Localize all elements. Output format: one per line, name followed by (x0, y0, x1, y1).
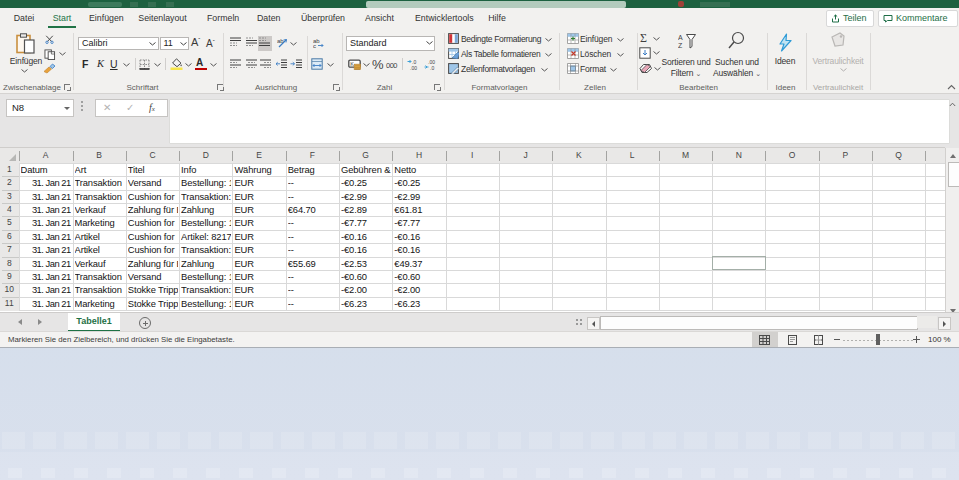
svg-text:Z: Z (678, 42, 683, 49)
svg-text:A: A (678, 34, 683, 41)
svg-text:.0: .0 (430, 65, 434, 71)
svg-text:.00: .00 (410, 65, 417, 71)
svg-text:K: K (350, 61, 354, 67)
svg-text:c: c (313, 43, 316, 48)
